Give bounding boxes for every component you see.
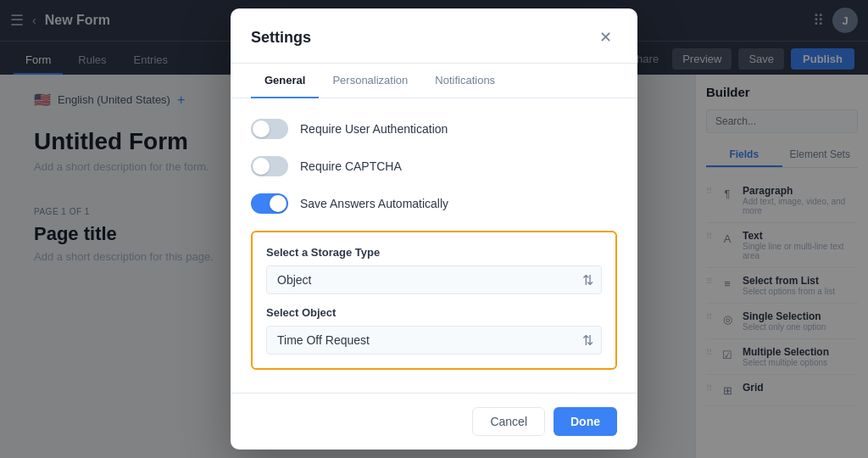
modal-footer: Cancel Done [231, 393, 637, 450]
tab-personalization[interactable]: Personalization [319, 64, 421, 98]
toggle-save-track[interactable] [251, 193, 288, 214]
toggle-auth-row: Require User Authentication [251, 119, 617, 139]
toggle-captcha-label: Require CAPTCHA [300, 159, 402, 173]
modal-tabs: General Personalization Notifications [231, 64, 637, 98]
modal-header: Settings ✕ [231, 8, 637, 64]
toggle-save-label: Save Answers Automatically [300, 197, 448, 210]
toggle-auth[interactable] [251, 119, 288, 139]
toggle-captcha-track[interactable] [251, 156, 288, 176]
toggle-captcha-row: Require CAPTCHA [251, 156, 617, 176]
close-button[interactable]: ✕ [593, 25, 617, 49]
tab-notifications[interactable]: Notifications [421, 64, 509, 98]
toggle-captcha[interactable] [251, 156, 288, 176]
modal-body: Require User Authentication Require CAPT… [231, 98, 637, 393]
select-object-label: Select Object [266, 306, 602, 319]
toggle-auth-label: Require User Authentication [300, 122, 448, 136]
object-select[interactable]: Time Off Request [266, 326, 602, 355]
storage-section: Select a Storage Type Object ⇅ Select Ob… [251, 231, 617, 370]
toggle-save-row: Save Answers Automatically [251, 193, 617, 214]
done-button[interactable]: Done [554, 407, 617, 436]
storage-type-select[interactable]: Object [266, 265, 602, 294]
modal-title: Settings [251, 29, 311, 47]
storage-type-label: Select a Storage Type [266, 246, 602, 259]
toggle-auth-thumb [253, 120, 270, 137]
modal-overlay: Settings ✕ General Personalization Notif… [0, 0, 868, 458]
storage-type-select-wrapper: Object ⇅ [266, 265, 602, 294]
tab-general[interactable]: General [251, 64, 319, 98]
toggle-save[interactable] [251, 193, 288, 214]
cancel-button[interactable]: Cancel [472, 407, 545, 436]
settings-modal: Settings ✕ General Personalization Notif… [231, 8, 637, 450]
toggle-save-thumb [270, 195, 287, 212]
toggle-auth-track[interactable] [251, 119, 288, 139]
object-select-wrapper: Time Off Request ⇅ [266, 326, 602, 355]
toggle-captcha-thumb [253, 158, 270, 175]
